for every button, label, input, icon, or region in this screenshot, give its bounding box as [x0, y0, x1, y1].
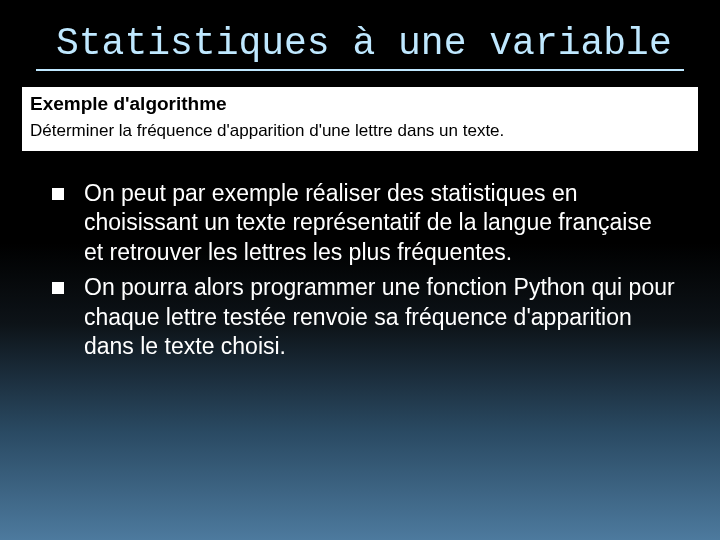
bullet-list: On peut par exemple réaliser des statist… — [44, 179, 676, 362]
bullet-square-icon — [52, 188, 64, 200]
slide-title: Statistiques à une variable — [0, 0, 720, 65]
slide: Statistiques à une variable Exemple d'al… — [0, 0, 720, 540]
list-item: On peut par exemple réaliser des statist… — [44, 179, 676, 267]
example-sub: Déterminer la fréquence d'apparition d'u… — [30, 121, 690, 141]
bullet-text: On peut par exemple réaliser des statist… — [84, 179, 676, 267]
bullet-text: On pourra alors programmer une fonction … — [84, 273, 676, 361]
example-box: Exemple d'algorithme Déterminer la fréqu… — [22, 87, 698, 151]
list-item: On pourra alors programmer une fonction … — [44, 273, 676, 361]
example-heading: Exemple d'algorithme — [30, 93, 690, 115]
bullet-square-icon — [52, 282, 64, 294]
title-underline — [36, 69, 684, 71]
